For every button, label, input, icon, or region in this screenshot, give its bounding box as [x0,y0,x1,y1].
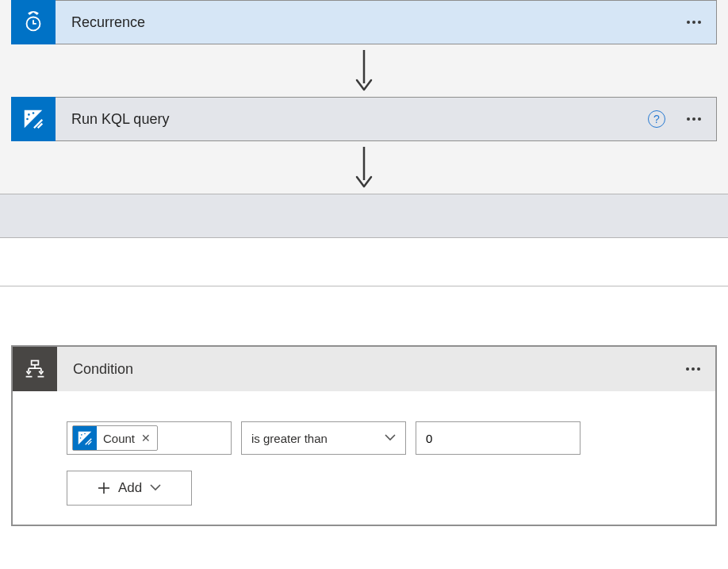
dynamic-content-token: Count ✕ [72,425,158,451]
svg-point-28 [80,437,82,439]
operator-value: is greater than [251,432,328,445]
svg-point-12 [692,117,695,121]
svg-point-27 [84,433,86,435]
condition-header[interactable]: Condition [13,347,715,391]
svg-point-13 [698,117,701,121]
condition-operator-dropdown[interactable]: is greater than [241,421,406,455]
svg-rect-15 [32,361,39,365]
chevron-down-icon [150,482,161,494]
step-title: Recurrence [56,14,145,31]
condition-card: Condition [11,345,717,526]
add-label: Add [118,480,142,496]
svg-point-11 [687,117,690,121]
chevron-down-icon [385,433,396,444]
section-divider [0,286,728,286]
azure-data-explorer-icon [73,426,97,450]
svg-point-2 [692,21,695,24]
svg-point-24 [697,367,700,371]
remove-token-button[interactable]: ✕ [141,432,151,444]
svg-point-23 [692,367,695,371]
condition-left-operand[interactable]: Count ✕ [67,421,232,455]
step-title: Run KQL query [56,111,169,128]
svg-point-8 [26,118,29,121]
svg-point-3 [698,21,701,24]
more-button[interactable] [683,108,705,130]
more-button[interactable] [683,11,705,33]
svg-point-6 [28,113,30,116]
add-condition-button[interactable]: Add [67,471,192,506]
more-button[interactable] [682,358,704,380]
condition-value-input[interactable] [416,421,580,455]
svg-point-22 [686,367,689,371]
step-run-kql-query[interactable]: Run KQL query ? [11,97,717,141]
svg-point-7 [33,112,35,114]
azure-data-explorer-icon [11,97,56,141]
svg-point-26 [81,434,82,436]
condition-row: Count ✕ is greater than [67,421,715,455]
svg-point-1 [687,21,690,24]
plus-icon [98,482,110,494]
condition-title: Condition [57,361,133,378]
connector-arrow [0,141,728,194]
clock-icon [11,0,56,44]
token-label: Count [103,432,135,445]
collapsed-step[interactable] [0,194,728,238]
connector-arrow [0,44,728,97]
step-recurrence[interactable]: Recurrence [11,0,717,44]
condition-icon [13,347,57,391]
help-icon[interactable]: ? [648,110,665,128]
